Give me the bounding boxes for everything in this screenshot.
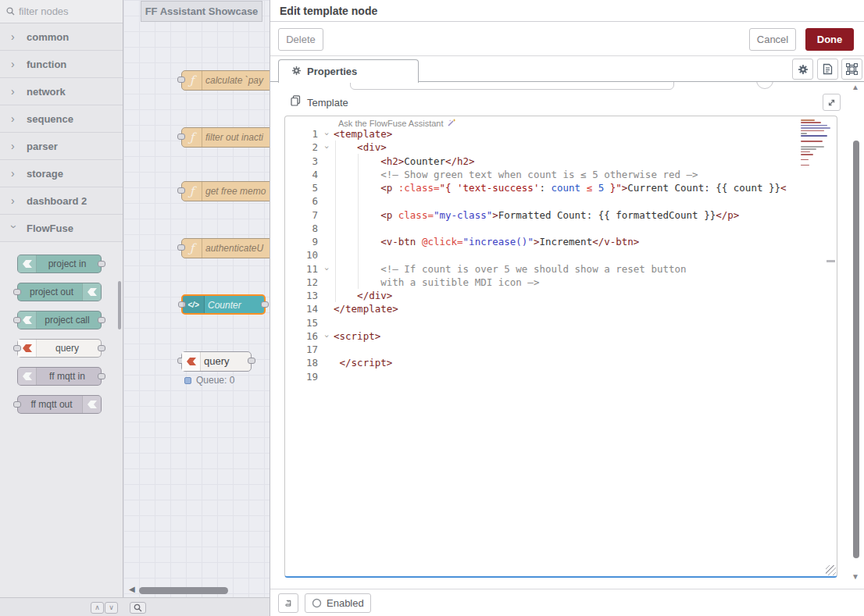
fold-gutter <box>320 356 334 369</box>
fold-gutter <box>320 343 334 356</box>
code-line-1[interactable]: 1›<template> <box>285 127 837 141</box>
palette-node-project-call[interactable]: project call <box>17 311 102 329</box>
chevron-right-icon: › <box>11 140 17 152</box>
palette-categories: › common › function › network › sequence… <box>0 23 123 242</box>
dialog-scrollbar[interactable] <box>853 141 859 558</box>
function-node-memory[interactable]: ƒ get free memo <box>181 181 270 201</box>
palette-scrollbar[interactable] <box>118 281 121 329</box>
properties-gear-icon-button[interactable] <box>792 59 813 80</box>
status-dot <box>184 377 191 384</box>
palette-node-project-out[interactable]: project out <box>17 283 102 301</box>
editor-expand-button[interactable] <box>823 94 841 111</box>
description-document-icon-button[interactable] <box>817 59 838 80</box>
edit-template-node-dialog: Edit template node Delete Cancel Done Pr… <box>270 0 864 616</box>
dialog-scroll-down-icon[interactable]: ▼ <box>852 572 859 581</box>
code-line-11[interactable]: 11› <!— If count is over 5 we should sho… <box>285 262 837 276</box>
fold-gutter <box>320 289 334 302</box>
output-port[interactable] <box>98 317 105 323</box>
code-line-17[interactable]: 17 <box>285 343 837 356</box>
palette-category-network[interactable]: › network <box>0 78 123 105</box>
chevron-right-icon: › <box>11 58 17 70</box>
palette-category-storage[interactable]: › storage <box>0 160 123 187</box>
code-line-3[interactable]: 3 <h2>Counter</h2> <box>285 155 837 168</box>
code-line-7[interactable]: 7 <p class="my-class">Formatted Count: {… <box>285 208 837 222</box>
code-line-14[interactable]: 14</template> <box>285 302 837 315</box>
code-line-4[interactable]: 4 <!— Show green text when count is ≤ 5 … <box>285 168 837 181</box>
output-port[interactable] <box>248 358 255 364</box>
flow-tab[interactable]: FF Assistant Showcase <box>141 1 262 22</box>
palette-node-ff-mqtt-out[interactable]: ff mqtt out <box>17 395 102 414</box>
fold-chevron-icon[interactable]: › <box>320 141 334 154</box>
canvas-zoom-search-button[interactable] <box>130 602 146 614</box>
code-line-10[interactable]: 10 <box>285 248 837 262</box>
palette-category-common[interactable]: › common <box>0 23 123 51</box>
output-port[interactable] <box>98 261 105 267</box>
query-node[interactable]: query <box>181 351 252 372</box>
code-line-5[interactable]: 5 <p :class="{ 'text-success': count ≤ 5… <box>285 181 837 194</box>
dialog-scroll-up-icon[interactable]: ▲ <box>852 83 859 91</box>
palette-category-sequence[interactable]: › sequence <box>0 105 123 133</box>
palette-category-function[interactable]: › function <box>0 51 123 78</box>
output-port[interactable] <box>98 345 105 351</box>
code-line-16[interactable]: 16›<script> <box>285 329 837 343</box>
canvas-scroll-left-icon[interactable]: ◀ <box>129 585 135 593</box>
palette-node-ff-mqtt-in[interactable]: ff mqtt in <box>17 367 102 386</box>
fold-chevron-icon[interactable]: › <box>320 329 334 343</box>
code-line-9[interactable]: 9 <v-btn @click="increase()">Increment</… <box>285 235 837 248</box>
code-line-2[interactable]: 2› <div> <box>285 141 837 154</box>
palette-category-flowfuse[interactable]: › FlowFuse <box>0 215 123 242</box>
canvas-horizontal-scrollbar[interactable] <box>139 587 228 594</box>
input-port[interactable] <box>13 401 21 408</box>
line-number: 2 <box>285 141 320 154</box>
code-text: with a suitible MDI icon —> <box>334 276 837 289</box>
input-port[interactable] <box>13 289 21 295</box>
code-line-6[interactable]: 6 <box>285 194 837 208</box>
scrolled-field-partial[interactable] <box>350 82 674 90</box>
code-text: </div> <box>334 289 837 302</box>
code-line-18[interactable]: 18 </script> <box>285 356 837 369</box>
input-port[interactable] <box>13 345 21 351</box>
docs-book-button[interactable] <box>278 593 298 613</box>
output-port[interactable] <box>98 373 105 379</box>
appearance-frame-icon-button[interactable] <box>841 59 862 80</box>
delete-button[interactable]: Delete <box>278 28 323 51</box>
dialog-header: Edit template node <box>270 0 864 22</box>
function-node-filter[interactable]: ƒ filter out inacti <box>181 127 270 148</box>
function-icon: ƒ <box>182 182 202 201</box>
code-line-15[interactable]: 15 <box>285 316 837 329</box>
palette-flowfuse-nodes: project in project out project call quer… <box>0 242 123 414</box>
code-lines[interactable]: 1›<template>2› <div>3 <h2>Counter</h2>4 … <box>285 127 837 383</box>
tab-properties[interactable]: Properties <box>278 59 419 83</box>
palette-collapse-down-button[interactable]: ∨ <box>105 602 118 614</box>
editor-minimap[interactable] <box>801 119 832 167</box>
dialog-tab-row: Properties <box>270 56 864 82</box>
fold-chevron-icon[interactable]: › <box>320 262 334 276</box>
editor-resize-grip[interactable] <box>826 565 836 575</box>
enabled-toggle-button[interactable]: Enabled <box>305 593 371 613</box>
canvas-footer <box>123 597 270 616</box>
template-node-counter-selected[interactable]: </> Counter <box>181 294 266 315</box>
template-code-editor[interactable]: Ask the FlowFuse Assistant 1›<template>2… <box>284 116 837 578</box>
code-line-8[interactable]: 8 <box>285 222 837 235</box>
function-node-calculate[interactable]: ƒ calculate `pay <box>181 70 270 91</box>
done-button[interactable]: Done <box>805 28 854 51</box>
palette-node-query[interactable]: query <box>17 339 102 358</box>
fold-chevron-icon[interactable]: › <box>320 127 334 141</box>
palette-node-project-in[interactable]: project in <box>17 255 102 273</box>
code-text <box>334 248 837 262</box>
input-port[interactable] <box>13 317 21 323</box>
palette-collapse-up-button[interactable]: ∧ <box>91 602 104 614</box>
code-text <box>334 222 837 235</box>
output-port[interactable] <box>261 301 269 308</box>
palette-search[interactable]: filter nodes <box>0 0 123 23</box>
function-node-authenticate[interactable]: ƒ authenticateU <box>181 238 270 258</box>
flow-canvas[interactable]: FF Assistant Showcase ƒ calculate `pay ƒ… <box>123 0 270 597</box>
code-text: <div> <box>334 141 837 154</box>
fold-gutter <box>320 370 334 383</box>
code-line-19[interactable]: 19 <box>285 370 837 383</box>
palette-category-dashboard-2[interactable]: › dashboard 2 <box>0 187 123 215</box>
code-line-13[interactable]: 13 </div> <box>285 289 837 302</box>
palette-category-parser[interactable]: › parser <box>0 133 123 160</box>
code-line-12[interactable]: 12 with a suitible MDI icon —> <box>285 276 837 289</box>
cancel-button[interactable]: Cancel <box>749 28 796 51</box>
